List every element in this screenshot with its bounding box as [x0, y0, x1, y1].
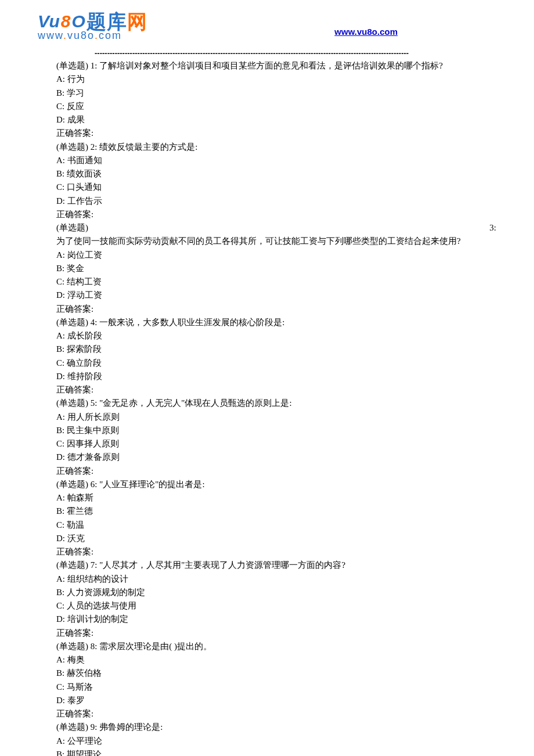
question-option: A: 成长阶段	[56, 329, 496, 343]
divider-line: ----------------------------------------…	[95, 48, 459, 59]
question-option: A: 用人所长原则	[56, 411, 496, 424]
question-option: D: 泰罗	[56, 694, 496, 707]
question-option: C: 人员的选拔与使用	[56, 599, 496, 613]
question-option: A: 梅奥	[56, 653, 496, 667]
question-option: B: 人力资源规划的制定	[56, 586, 496, 599]
page-header: Vu8O 题库网 www.vu8o.com www.vu8o.com -----…	[0, 12, 534, 59]
question-option: B: 奖金	[56, 262, 496, 275]
question-prompt: (单选题) 9: 弗鲁姆的理论是:	[56, 721, 496, 734]
question-prompt: (单选题) 7: "人尽其才，人尽其用"主要表现了人力资源管理哪一方面的内容?	[56, 559, 496, 572]
question-option: B: 学习	[56, 87, 496, 100]
answer-label: 正确答案:	[56, 303, 496, 316]
logo-text-o: O	[71, 13, 85, 30]
answer-label: 正确答案:	[56, 383, 496, 397]
question-prompt-line2: 为了使同一技能而实际劳动贡献不同的员工各得其所，可让技能工资与下列哪些类型的工资…	[56, 235, 496, 248]
question-prompt: (单选题) 5: "金无足赤，人无完人"体现在人员甄选的原则上是:	[56, 397, 496, 410]
question-option: D: 培训计划的制定	[56, 613, 496, 626]
question-option: A: 组织结构的设计	[56, 573, 496, 586]
logo-row: Vu8O 题库网 www.vu8o.com www.vu8o.com	[38, 12, 496, 43]
question-option: D: 维持阶段	[56, 370, 496, 383]
question-content: (单选题) 1: 了解培训对象对整个培训项目和项目某些方面的意见和看法，是评估培…	[0, 59, 534, 756]
question-option: A: 公平理论	[56, 735, 496, 748]
logo-cn-char-3: 网	[127, 10, 147, 33]
question-option: A: 帕森斯	[56, 491, 496, 505]
question-option: C: 因事择人原则	[56, 437, 496, 451]
question-option: B: 民主集中原则	[56, 424, 496, 437]
question-option: C: 结构工资	[56, 275, 496, 289]
logo-text-vu: Vu	[38, 13, 60, 30]
question-option: C: 确立阶段	[56, 357, 496, 370]
question-prompt: (单选题)3:	[56, 221, 496, 235]
answer-label: 正确答案:	[56, 127, 496, 140]
site-logo: Vu8O 题库网 www.vu8o.com	[38, 12, 147, 41]
answer-label: 正确答案:	[56, 627, 496, 640]
question-prompt: (单选题) 6: "人业互择理论"的提出者是:	[56, 478, 496, 491]
answer-label: 正确答案:	[56, 465, 496, 478]
question-prompt-prefix: (单选题)	[56, 221, 88, 235]
question-option: D: 工作告示	[56, 195, 496, 208]
logo-text-8: 8	[61, 13, 71, 30]
question-option: A: 书面通知	[56, 154, 496, 167]
answer-label: 正确答案:	[56, 707, 496, 721]
question-prompt: (单选题) 1: 了解培训对象对整个培训项目和项目某些方面的意见和看法，是评估培…	[56, 59, 496, 73]
question-option: A: 岗位工资	[56, 249, 496, 262]
question-prompt-suffix: 3:	[489, 221, 496, 235]
question-prompt: (单选题) 8: 需求层次理论是由( )提出的。	[56, 640, 496, 653]
answer-label: 正确答案:	[56, 208, 496, 221]
question-option: A: 行为	[56, 73, 496, 86]
question-option: C: 反应	[56, 100, 496, 113]
question-option: B: 绩效面谈	[56, 167, 496, 181]
answer-label: 正确答案:	[56, 545, 496, 559]
question-option: D: 沃克	[56, 532, 496, 545]
question-option: B: 霍兰德	[56, 505, 496, 518]
site-link[interactable]: www.vu8o.com	[334, 25, 398, 38]
question-option: D: 浮动工资	[56, 289, 496, 302]
question-option: D: 成果	[56, 113, 496, 127]
question-option: C: 马斯洛	[56, 681, 496, 694]
question-option: B: 期望理论	[56, 748, 496, 756]
question-prompt: (单选题) 4: 一般来说，大多数人职业生涯发展的核心阶段是:	[56, 316, 496, 329]
question-option: C: 勒温	[56, 519, 496, 532]
question-prompt: (单选题) 2: 绩效反馈最主要的方式是:	[56, 141, 496, 154]
question-option: C: 口头通知	[56, 181, 496, 194]
question-option: B: 探索阶段	[56, 343, 496, 356]
question-option: B: 赫茨伯格	[56, 667, 496, 680]
question-option: D: 德才兼备原则	[56, 451, 496, 464]
